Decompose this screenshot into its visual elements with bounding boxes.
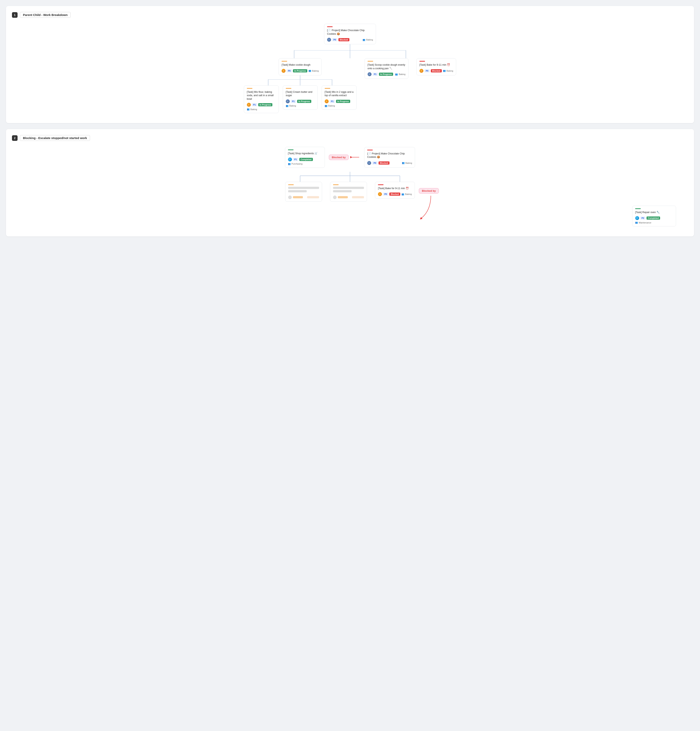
status-badge: Blocked <box>431 69 442 72</box>
status-badge: In Progress <box>258 103 273 106</box>
s1-root-card[interactable]: [📄 Project] Make Chocolate Chip Cookies … <box>324 24 376 44</box>
section-1-header: 1 Parent Child - Work Breakdown <box>12 12 688 18</box>
card-title: [Task] Bake for 9-11 min ⏰ <box>420 63 453 67</box>
avatar: A <box>282 69 286 73</box>
avatar: A <box>325 99 329 103</box>
blocked-by-label: Blocked by <box>329 155 349 160</box>
s2-bake-wrapper: [Task] Bake for 9-11 min ⏰ A P0 Blocked … <box>375 182 415 199</box>
s1-l2-card-3[interactable]: [Task] Mix in 2 eggs and a tsp of vanill… <box>322 85 357 110</box>
arrow-down-right-icon <box>415 195 439 221</box>
s1-l2-card-1[interactable]: [Task] Mix flour, baking soda, and salt … <box>244 85 279 113</box>
priority-badge: P1 <box>252 103 257 106</box>
s1-level1-connector <box>270 50 430 58</box>
status-badge: In Progress <box>379 73 393 76</box>
s2-repair-card[interactable]: [Task] Repair oven 🔧 A P2 Completed 👥 Ma… <box>632 206 676 227</box>
s2-root-card[interactable]: [📄 Project] Make Chocolate Chip Cookies … <box>364 147 415 167</box>
s2-bake-card[interactable]: [Task] Bake for 9-11 min ⏰ A P0 Blocked … <box>375 182 415 199</box>
s1-l1-card-2[interactable]: [Task] Scoop cookie dough evenly onto a … <box>365 58 408 79</box>
card-footer: A P0 Blocked 👥 Baking <box>327 38 373 42</box>
section-2-number: 2 <box>12 135 18 141</box>
card-title: [📄 Project] Make Chocolate Chip Cookies … <box>327 29 373 36</box>
section-1-title: Parent Child - Work Breakdown <box>20 12 70 18</box>
priority-badge: P1 <box>291 100 296 103</box>
avatar: A <box>286 99 290 103</box>
priority-badge: P0 <box>424 69 430 72</box>
priority-badge: P1 <box>373 73 378 76</box>
avatar: A <box>378 192 382 196</box>
arrow-left-icon <box>350 156 360 159</box>
status-badge: Blocked <box>338 38 349 41</box>
priority-badge: P1 <box>330 100 335 103</box>
section-2-title: Blocking - Escalate stopped/not started … <box>20 135 90 141</box>
s2-shop-card[interactable]: [Task] Shop ingredients 🛒 A P1 Completed… <box>285 147 325 168</box>
s1-l1-card-3[interactable]: [Task] Bake for 9-11 min ⏰ A P0 Blocked … <box>417 58 456 75</box>
priority-badge: P1 <box>293 158 298 161</box>
avatar: A <box>420 69 423 73</box>
priority-badge: P0 <box>286 69 292 72</box>
card-title: [📄 Project] Make Chocolate Chip Cookies … <box>367 152 412 159</box>
s1-l2-card-2[interactable]: [Task] Cream butter and sugar A P1 In Pr… <box>283 85 318 110</box>
card-title: [Task] Bake for 9-11 min ⏰ <box>378 187 412 190</box>
priority-badge: P2 <box>640 216 646 220</box>
avatar: A <box>247 103 251 107</box>
priority-badge: P0 <box>383 192 388 196</box>
card-title: [Task] Scoop cookie dough evenly onto a … <box>368 63 405 70</box>
status-badge: In Progress <box>336 100 351 103</box>
avatar: A <box>367 161 371 165</box>
card-title: [Task] Repair oven 🔧 <box>635 211 673 214</box>
s1-l1-card-1[interactable]: [Task] Make cookie dough A P0 In Progres… <box>279 58 322 75</box>
blocked-by-right-connector: Blocked by <box>415 188 439 221</box>
priority-badge: P0 <box>332 38 338 41</box>
card-title: [Task] Make cookie dough <box>282 63 318 67</box>
s2-l1-blurred-1 <box>285 182 322 202</box>
s2-l1-blurred-2 <box>330 182 367 202</box>
avatar: A <box>327 38 331 42</box>
s1-level2-connector <box>256 79 344 85</box>
blocked-by-label-2: Blocked by <box>419 188 439 194</box>
status-badge: In Progress <box>293 69 307 72</box>
card-title: [Task] Shop ingredients 🛒 <box>288 152 322 156</box>
card-title: [Task] Cream butter and sugar <box>286 90 315 97</box>
status-badge: Blocked <box>379 161 389 164</box>
avatar: A <box>635 216 639 220</box>
blocked-by-connector: Blocked by <box>329 155 360 160</box>
card-accent <box>327 26 333 27</box>
section-1: 1 Parent Child - Work Breakdown [📄 Proje… <box>6 6 694 123</box>
avatar: A <box>288 157 292 161</box>
card-title: [Task] Mix in 2 eggs and a tsp of vanill… <box>325 90 354 97</box>
s2-level1-connector-svg <box>270 172 430 182</box>
status-badge: Blocked <box>389 192 400 196</box>
section-2: 2 Blocking - Escalate stopped/not starte… <box>6 129 694 236</box>
status-badge: Completed <box>299 158 313 161</box>
status-badge: In Progress <box>297 100 311 103</box>
priority-badge: P0 <box>372 161 377 164</box>
section-2-header: 2 Blocking - Escalate stopped/not starte… <box>12 135 688 141</box>
status-badge: Completed <box>647 216 660 220</box>
section-1-number: 1 <box>12 12 18 18</box>
card-team: 👥 Baking <box>362 38 373 41</box>
card-title: [Task] Mix flour, baking soda, and salt … <box>247 90 276 101</box>
avatar: A <box>368 72 371 76</box>
